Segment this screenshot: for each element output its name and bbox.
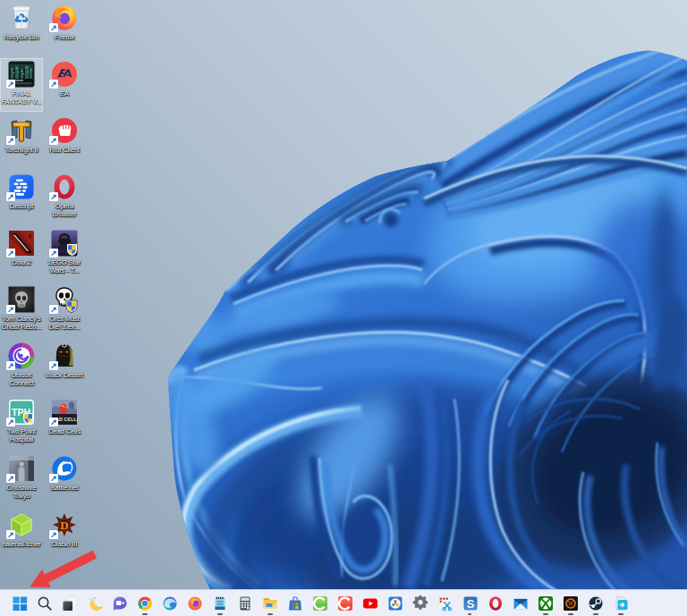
svg-text:S: S — [466, 597, 474, 611]
